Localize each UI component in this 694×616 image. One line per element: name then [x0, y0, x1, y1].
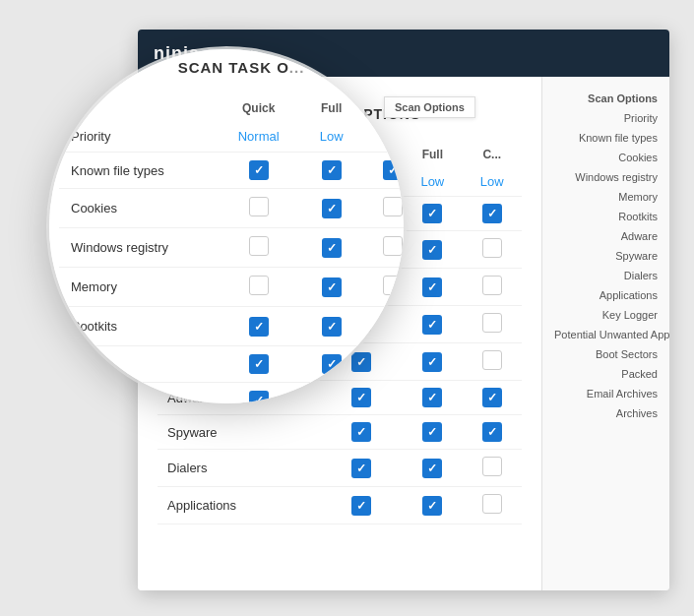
sidebar-item-keylogger[interactable]: Key Logger — [542, 305, 669, 325]
row-label-spyware: Spyware — [158, 415, 319, 450]
mag-priority-quick: Normal — [217, 121, 301, 153]
mag-row-rootkits: Rootkits — [59, 307, 404, 346]
magnifier-title: SCAN TASK O... — [59, 59, 404, 76]
mag-row-memory: Memory — [59, 268, 404, 307]
sidebar-item-windows-registry[interactable]: Windows registry — [542, 167, 669, 187]
checkbox-empty[interactable] — [249, 197, 269, 216]
table-row: Dialers — [158, 450, 522, 487]
checkbox-checked[interactable] — [422, 388, 442, 407]
mag-row-cookies: Cookies — [59, 189, 404, 228]
mag-row-winreg: Windows registry — [59, 228, 404, 268]
sidebar-item-spyware[interactable]: Spyware — [542, 246, 669, 266]
checkbox-checked[interactable] — [249, 160, 269, 180]
sidebar-item-known-file-types[interactable]: Known file types — [542, 128, 669, 148]
mag-label-rootkits: Rootkits — [59, 307, 217, 346]
cell-apps-full — [403, 487, 462, 524]
magnifier-overlay: SCAN TASK O... Quick Full C Priority Nor… — [49, 49, 404, 403]
cell-adware-custom — [463, 381, 522, 415]
checkbox-empty[interactable] — [383, 197, 403, 216]
cell-spy-full — [403, 415, 462, 450]
checkbox-checked[interactable] — [422, 352, 442, 372]
mag-label-kft: Known file types — [59, 153, 217, 189]
checkbox-checked[interactable] — [422, 496, 442, 516]
checkbox-checked[interactable] — [351, 422, 371, 442]
sidebar-header: Scan Options — [542, 87, 669, 108]
priority-full: Low — [403, 167, 462, 197]
checkbox-checked[interactable] — [482, 204, 502, 223]
checkbox-checked[interactable] — [322, 199, 342, 218]
mag-label-cookies: Cookies — [59, 189, 217, 228]
sidebar-item-cookies[interactable]: Cookies — [542, 148, 669, 167]
checkbox-checked[interactable] — [422, 204, 442, 223]
cell-dialers-custom — [463, 450, 522, 487]
checkbox-empty[interactable] — [383, 236, 403, 256]
checkbox-checked[interactable] — [249, 391, 269, 403]
sidebar-item-rootkits[interactable]: Rootkits — [542, 207, 669, 226]
checkbox-empty[interactable] — [249, 276, 269, 295]
checkbox-checked[interactable] — [249, 354, 269, 374]
checkbox-checked[interactable] — [249, 317, 269, 337]
sidebar-item-archives[interactable]: Archives — [542, 403, 669, 423]
sidebar-item-priority[interactable]: Priority — [542, 108, 669, 128]
mag-label-winreg: Windows registry — [59, 228, 217, 268]
col-header-custom: C... — [463, 142, 522, 167]
cell-spy-custom — [463, 415, 522, 450]
checkbox-checked[interactable] — [322, 391, 342, 403]
mag-label-memory: Memory — [59, 268, 217, 307]
mag-col-full: Full — [301, 95, 362, 121]
checkbox-checked[interactable] — [422, 240, 442, 260]
checkbox-empty[interactable] — [482, 238, 502, 258]
checkbox-checked[interactable] — [383, 160, 403, 180]
checkbox-empty[interactable] — [482, 350, 502, 370]
table-row: Applications — [158, 487, 522, 524]
mag-label-adware: Adware — [59, 346, 217, 383]
mag-col-label — [59, 95, 217, 121]
checkbox-empty[interactable] — [482, 494, 502, 514]
row-label-applications: Applications — [158, 487, 319, 524]
cell-dialers-full — [403, 450, 462, 487]
sidebar-item-applications[interactable]: Applications — [542, 285, 669, 305]
sidebar-item-memory[interactable]: Memory — [542, 187, 669, 207]
cell-mem-full — [403, 306, 462, 343]
checkbox-empty[interactable] — [482, 276, 502, 295]
mag-col-quick: Quick — [217, 95, 301, 121]
checkbox-checked[interactable] — [322, 277, 342, 297]
checkbox-checked[interactable] — [422, 277, 442, 297]
checkbox-checked[interactable] — [351, 496, 371, 516]
checkbox-empty[interactable] — [482, 313, 502, 333]
checkbox-checked[interactable] — [482, 422, 502, 442]
cell-spy-quick — [319, 415, 403, 450]
checkbox-checked[interactable] — [322, 317, 342, 337]
checkbox-checked[interactable] — [322, 160, 342, 180]
cell-winreg-custom — [463, 269, 522, 306]
row-label-dialers: Dialers — [158, 450, 319, 487]
mag-priority-full: Low — [301, 121, 362, 153]
checkbox-empty[interactable] — [383, 276, 403, 295]
cell-kft-custom — [463, 197, 522, 231]
sidebar-item-adware[interactable]: Adware — [542, 226, 669, 246]
cell-winreg-full — [403, 269, 462, 306]
checkbox-checked[interactable] — [351, 459, 371, 478]
checkbox-checked[interactable] — [482, 388, 502, 407]
mag-col-custom: C — [362, 95, 404, 121]
priority-custom: Low — [463, 167, 522, 197]
cell-apps-custom — [463, 487, 522, 524]
sidebar-item-boot-sectors[interactable]: Boot Sectors — [542, 344, 669, 364]
sidebar-item-dialers[interactable]: Dialers — [542, 266, 669, 285]
checkbox-empty[interactable] — [383, 315, 403, 335]
mag-row-knownfiletypes: Known file types — [59, 153, 404, 189]
checkbox-checked[interactable] — [383, 354, 403, 374]
cell-apps-quick — [319, 487, 403, 524]
checkbox-checked[interactable] — [422, 315, 442, 335]
checkbox-empty[interactable] — [482, 457, 502, 476]
checkbox-checked[interactable] — [422, 459, 442, 478]
checkbox-checked[interactable] — [322, 354, 342, 374]
sidebar-item-packed[interactable]: Packed — [542, 364, 669, 384]
sidebar-item-pua[interactable]: Potential Unwanted Applications — [542, 325, 669, 344]
checkbox-checked[interactable] — [422, 422, 442, 442]
cell-rootkits-custom — [463, 343, 522, 381]
checkbox-checked[interactable] — [383, 391, 403, 403]
sidebar-item-email-archives[interactable]: Email Archives — [542, 384, 669, 403]
checkbox-checked[interactable] — [322, 238, 342, 258]
checkbox-empty[interactable] — [249, 236, 269, 256]
